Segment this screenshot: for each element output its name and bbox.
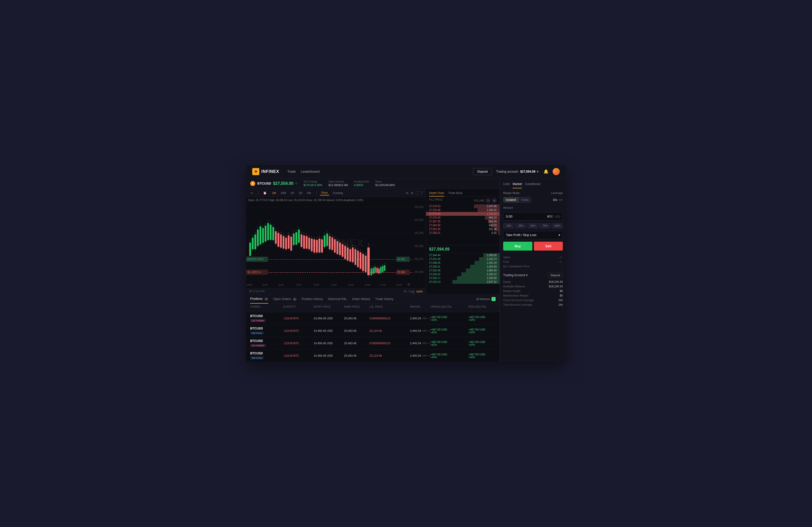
edit-icon[interactable]: ✏	[428, 342, 430, 345]
depth-buy-row: 27,538.35 1,442.19	[426, 261, 499, 265]
margin-health-value: $0	[560, 289, 563, 293]
tab-depth-chart[interactable]: Depth Chart	[429, 190, 444, 197]
header-deposit-button[interactable]: Deposit	[473, 168, 492, 175]
tab-open-orders[interactable]: Open Orders 0	[273, 295, 296, 303]
tab-historical-pnl[interactable]: Historical P&L	[328, 295, 347, 303]
tab-market[interactable]: Market	[512, 181, 522, 188]
share-icon[interactable]: ⤴	[421, 191, 423, 195]
tab-order-history[interactable]: Order History	[352, 295, 370, 303]
tab-trade-history[interactable]: Trade History	[375, 295, 394, 303]
depth-sell-row: 27,558.21 0.16	[426, 231, 499, 235]
buy-button[interactable]: Buy	[503, 242, 532, 251]
market-filter[interactable]: All Markets ✓	[476, 297, 496, 301]
fullscreen-icon[interactable]: ⛶	[416, 191, 419, 195]
table-row: BTCUSD 12x Isolated -123.00 BTC 14,456.4…	[246, 337, 499, 350]
row-quantity: -123.00 BTC	[283, 329, 314, 332]
pct-10[interactable]: 10%	[503, 223, 514, 228]
svg-rect-80	[337, 241, 338, 254]
equity-row: Equity $18,234.34	[503, 280, 563, 283]
pct-25[interactable]: 25%	[516, 223, 526, 228]
tab-conditional[interactable]: Conditional	[525, 181, 540, 188]
chart-and-depth: ✏ | ⏰ 1M 15M 1H 1D 1W | Price Funding	[246, 189, 499, 294]
draw-tool-icon[interactable]: ✏	[249, 191, 255, 196]
notification-icon[interactable]: 🔔	[542, 168, 550, 175]
svg-text:11:00: 11:00	[278, 284, 284, 286]
margin-cross-button[interactable]: Cross	[519, 197, 532, 203]
timeframe-1d[interactable]: 1D	[297, 191, 304, 195]
leverage-label: Leverage	[551, 191, 563, 195]
copy-icon[interactable]: ⧉	[295, 182, 298, 185]
trading-account-rows: Equity $18,234.34 Available Balance $18,…	[503, 280, 563, 306]
pct-50[interactable]: 50%	[527, 223, 539, 228]
row-entry: 14,456.45 USD	[314, 342, 344, 345]
leverage-slider[interactable]: ⟺	[559, 198, 563, 202]
trading-account-deposit-button[interactable]: Deposit	[548, 273, 563, 278]
pct-75[interactable]: 75%	[539, 223, 551, 228]
depth-zoom-in[interactable]: +	[492, 198, 497, 203]
header-trading-account[interactable]: Trading account: $27,594.09 ▾	[496, 170, 538, 173]
nav-links: Trade Leaderboard	[287, 169, 319, 174]
table-row: BTCUSD 28x Cross -123.00 BTC 14,456.45 U…	[246, 325, 499, 337]
edit-icon[interactable]: ✏	[428, 317, 430, 320]
svg-rect-52	[301, 234, 302, 247]
svg-text:24,966: 24,966	[397, 258, 405, 261]
log-btn[interactable]: Log	[409, 289, 415, 293]
screenshot-icon[interactable]: ✉	[406, 191, 408, 195]
timeframe-1h[interactable]: 1H	[289, 191, 296, 195]
tab-price[interactable]: Price	[320, 190, 329, 196]
svg-text:26,180: 26,180	[415, 244, 423, 247]
svg-text:ENTRY 4 BTC: ENTRY 4 BTC	[247, 258, 264, 261]
pct-100[interactable]: 100%	[552, 223, 563, 228]
tab-limit[interactable]: Limit	[503, 181, 509, 188]
auto-btn[interactable]: auto	[416, 289, 423, 293]
timeframe-1w[interactable]: 1W	[305, 191, 313, 195]
currency-btc[interactable]: BTC	[547, 215, 553, 218]
price-chart: ✏ | ⏰ 1M 15M 1H 1D 1W | Price Funding	[246, 189, 426, 294]
tab-position-history[interactable]: Position History	[302, 295, 323, 303]
cross-leverage-row: Cross Account Leverage 10x	[503, 299, 563, 302]
sell-button[interactable]: Sell	[534, 242, 563, 251]
svg-text:09:00: 09:00	[247, 284, 252, 286]
table-row: BTCUSD 12x Isolated -123.00 BTC 14,456.4…	[246, 312, 499, 325]
svg-rect-54	[303, 236, 305, 248]
volume-header: VOLUME	[474, 199, 484, 202]
chart-ohlc: Open: 25,7773.07 High: 28,485.53 Low: 25…	[248, 199, 363, 202]
tab-positions[interactable]: Positions 0	[250, 295, 268, 304]
row-quantity: -123.00 BTC	[283, 317, 314, 320]
tab-funding[interactable]: Funding	[331, 191, 345, 195]
svg-rect-22	[262, 228, 264, 243]
edit-icon[interactable]: ✏	[428, 354, 430, 357]
depth-sell-row-highlighted: 27,573.44 1,105.69	[426, 212, 499, 216]
svg-text:10:00: 10:00	[262, 284, 268, 286]
candlestick-chart: 26,210 26,200 26,190 26,180 26,170 26,16…	[246, 197, 426, 288]
svg-text:18:00: 18:00	[396, 284, 402, 286]
edit-icon[interactable]: ✏	[428, 329, 430, 332]
tp-sl-label: Take Profit / Stop Loss	[506, 233, 536, 237]
trading-account-title[interactable]: Trading Account ▾	[503, 273, 527, 277]
timeframe-1m[interactable]: 1M	[270, 191, 278, 195]
chart-timestamp: 05:17:21 UTC	[249, 290, 265, 293]
tp-sl-select[interactable]: Take Profit / Stop Loss ▾	[503, 231, 563, 239]
timeframe-15m[interactable]: 15M	[279, 191, 288, 195]
tab-trade-book[interactable]: Trade Book	[448, 190, 462, 197]
svg-text:17:00: 17:00	[380, 284, 386, 286]
user-avatar[interactable]	[553, 168, 560, 175]
ticker-24h-change: 24h Change $175.00 0.30%	[304, 180, 322, 187]
ticker-open-interest: Open Interest $12.5M/$15.4M	[328, 180, 348, 187]
available-balance-value: $18,234.34	[549, 285, 563, 288]
nav-trade[interactable]: Trade	[287, 169, 295, 174]
row-mark: 25,463.45	[344, 354, 369, 357]
row-liq: 0.000000000123	[369, 317, 410, 320]
currency-usd[interactable]: USD	[554, 215, 560, 218]
total-leverage-value: 14x	[558, 303, 563, 306]
row-entry: 14,456.45 USD	[314, 354, 344, 357]
alarm-icon[interactable]: ⏰	[262, 191, 268, 196]
settings-icon[interactable]: ⚙	[410, 191, 414, 195]
check-icon: ✓	[492, 297, 496, 301]
depth-zoom-out[interactable]: −	[486, 198, 491, 203]
svg-text:26,210: 26,210	[415, 205, 423, 209]
percent-icon[interactable]: %	[404, 289, 407, 293]
trading-account-panel: Trading Account ▾ Deposit Equity $18,234…	[500, 270, 566, 309]
nav-leaderboard[interactable]: Leaderboard	[301, 169, 320, 174]
margin-isolated-button[interactable]: Isolated	[503, 197, 519, 203]
